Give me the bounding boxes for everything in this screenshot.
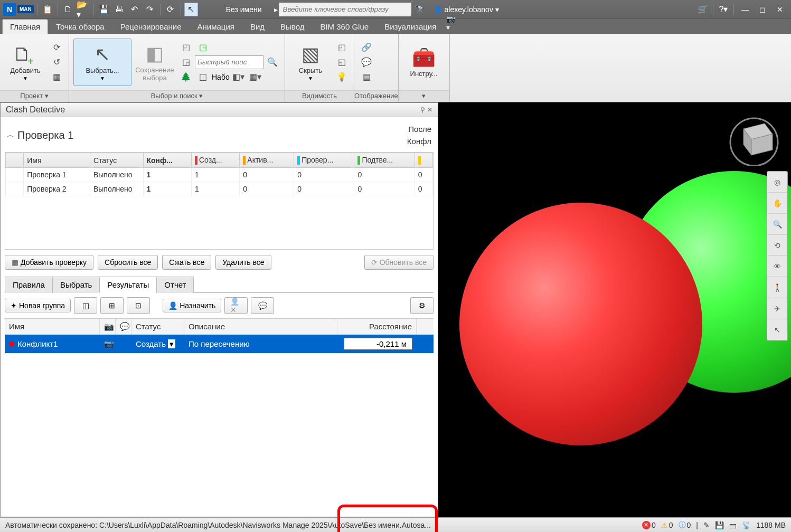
select-nav-icon[interactable]: ↖ (767, 319, 787, 340)
redo-icon[interactable]: ↷ (143, 3, 157, 16)
subtab-rules[interactable]: Правила (5, 277, 53, 293)
close-button[interactable]: ✕ (772, 3, 788, 16)
row-camera-icon[interactable]: 📷 (100, 336, 116, 352)
th-approved[interactable]: Подтве... (354, 153, 415, 168)
table-row[interactable]: Проверка 1Выполнено 11 00 00 (6, 168, 433, 182)
app-icon[interactable]: N (3, 3, 16, 16)
undo-icon[interactable]: ↶ (128, 3, 142, 16)
user-menu[interactable]: 👤 alexey.lobanov▾ (434, 5, 499, 14)
save-selection-button[interactable]: ◧ Сохранение выбора (134, 39, 176, 86)
th-res[interactable] (415, 153, 432, 168)
th-name[interactable]: Имя (24, 153, 90, 168)
error-count[interactable]: ✕0 (642, 521, 656, 529)
add-check-button[interactable]: ▦Добавить проверку (5, 255, 93, 270)
tab-review[interactable]: Рецензирование (112, 19, 190, 34)
rh-camera-icon[interactable]: 📷 (100, 319, 116, 335)
cursor-icon[interactable]: ↖ (184, 3, 198, 16)
subtab-select[interactable]: Выбрать (52, 277, 100, 293)
disk-icon[interactable]: 💾 (715, 521, 724, 529)
vis-opt1-icon[interactable]: ◰ (334, 41, 350, 54)
rh-name[interactable]: Имя (5, 319, 100, 335)
minimize-button[interactable]: — (737, 3, 753, 16)
vis-opt2-icon[interactable]: ◱ (334, 55, 350, 69)
hide-button[interactable]: ▧ Скрыть ▼ (289, 39, 332, 86)
disp-opt1-icon[interactable]: 🔗 (359, 41, 374, 54)
refresh-icon[interactable]: ⟳ (164, 3, 177, 16)
tree-icon[interactable]: 🌲 (178, 70, 194, 84)
rh-dist[interactable]: Расстояние (337, 319, 417, 335)
sel-opt5-icon[interactable]: ▦▾ (248, 70, 263, 84)
select-button[interactable]: ↖ Выбрать... ▼ (73, 39, 131, 86)
viewcube[interactable] (728, 113, 780, 166)
unassign-button[interactable]: 👤✕ (224, 297, 248, 314)
assign-button[interactable]: 👤Назначить (163, 299, 221, 312)
explode-button[interactable]: ⊞ (100, 297, 124, 314)
status-dropdown-icon[interactable]: ▾ (168, 339, 175, 348)
tab-animation[interactable]: Анимация (189, 19, 242, 34)
info-count[interactable]: ⓘ0 (679, 520, 691, 530)
quick-find-input[interactable] (195, 55, 263, 69)
options-small-icon[interactable]: ▦ (49, 70, 64, 84)
binoculars-icon[interactable]: 🔭 (413, 3, 427, 16)
cart-icon[interactable]: 🛒 (696, 3, 710, 16)
sel-opt3-icon[interactable]: ◲ (178, 55, 194, 69)
ungroup-button[interactable]: ◫ (74, 297, 97, 314)
settings-button[interactable]: ⚙ (410, 297, 434, 314)
delete-all-button[interactable]: Удалить все (215, 255, 271, 270)
rh-status[interactable]: Статус (131, 319, 184, 335)
fly-icon[interactable]: ✈ (767, 298, 787, 319)
subtab-results[interactable]: Результаты (99, 277, 157, 293)
table-row[interactable]: Проверка 2Выполнено 11 00 00 (6, 182, 433, 196)
open-icon[interactable]: 📂▾ (77, 3, 90, 16)
tab-viewpoint[interactable]: Точка обзора (48, 19, 112, 34)
disp-opt3-icon[interactable]: ▤ (359, 70, 374, 84)
tools-button[interactable]: 🧰 Инстру... (403, 39, 445, 86)
refresh-small-icon[interactable]: ⟳ (49, 41, 64, 54)
th-active[interactable]: Актив... (240, 153, 294, 168)
th-reviewed[interactable]: Провер... (294, 153, 354, 168)
save-icon[interactable]: 💾 (97, 3, 111, 16)
th-created[interactable]: Созд... (191, 153, 239, 168)
th-status[interactable]: Статус (90, 153, 143, 168)
collapse-icon[interactable]: ︿ (7, 130, 14, 140)
result-row[interactable]: Конфликт1 📷 Создать ▾ По пересечению -0,… (5, 335, 434, 353)
disp-opt2-icon[interactable]: 💬 (359, 55, 374, 69)
new-icon[interactable]: 🗋 (61, 3, 75, 16)
print-icon[interactable]: 🖶 (112, 3, 126, 16)
sel-opt1-icon[interactable]: ◰ (178, 41, 194, 54)
rh-comment-icon[interactable]: 💬 (116, 319, 131, 335)
close-panel-icon[interactable]: ✕ (427, 106, 432, 113)
new-group-button[interactable]: ✦Новая группа (5, 299, 71, 312)
sel-opt4-icon[interactable]: ◧▾ (231, 70, 247, 84)
pin-icon[interactable]: ⚲ (420, 106, 425, 113)
comment-button[interactable]: 💬 (251, 297, 274, 314)
vis-opt3-icon[interactable]: 💡 (334, 70, 350, 84)
wheel-icon[interactable]: ◎ (767, 172, 787, 193)
sets-icon[interactable]: ◫ (195, 70, 211, 84)
keyword-search-input[interactable] (279, 3, 411, 16)
compact-all-button[interactable]: Сжать все (162, 255, 211, 270)
tab-main[interactable]: Главная (2, 19, 48, 34)
result-status[interactable]: Создать (136, 339, 166, 348)
reset-small-icon[interactable]: ↺ (49, 55, 64, 69)
search-icon[interactable]: 🔍 (265, 55, 280, 69)
rh-desc[interactable]: Описание (184, 319, 337, 335)
tab-visual[interactable]: Визуализация (376, 19, 444, 34)
maximize-button[interactable]: ◻ (755, 3, 770, 16)
help-icon[interactable]: ?▾ (717, 3, 730, 16)
subtab-report[interactable]: Отчет (156, 277, 194, 293)
filter-button[interactable]: ⊡ (127, 297, 150, 314)
add-button[interactable]: 🗋+ Добавить ▼ (4, 39, 46, 86)
tab-bim[interactable]: BIM 360 Glue (312, 19, 376, 34)
viewport[interactable]: ◎ ✋ 🔍 ⟲ 👁 🚶 ✈ ↖ (438, 102, 791, 517)
tab-output[interactable]: Вывод (272, 19, 312, 34)
orbit-icon[interactable]: ⟲ (767, 235, 787, 256)
clipboard-icon[interactable]: 📋 (41, 3, 54, 16)
th-conf[interactable]: Конф... (143, 153, 191, 168)
camera-tab-icon[interactable]: 📷▾ (444, 13, 460, 34)
update-all-button[interactable]: ⟳Обновить все (364, 255, 434, 270)
pan-icon[interactable]: ✋ (767, 193, 787, 214)
reset-all-button[interactable]: Сбросить все (98, 255, 158, 270)
zoom-icon[interactable]: 🔍 (767, 214, 787, 235)
walk-icon[interactable]: 🚶 (767, 277, 787, 298)
